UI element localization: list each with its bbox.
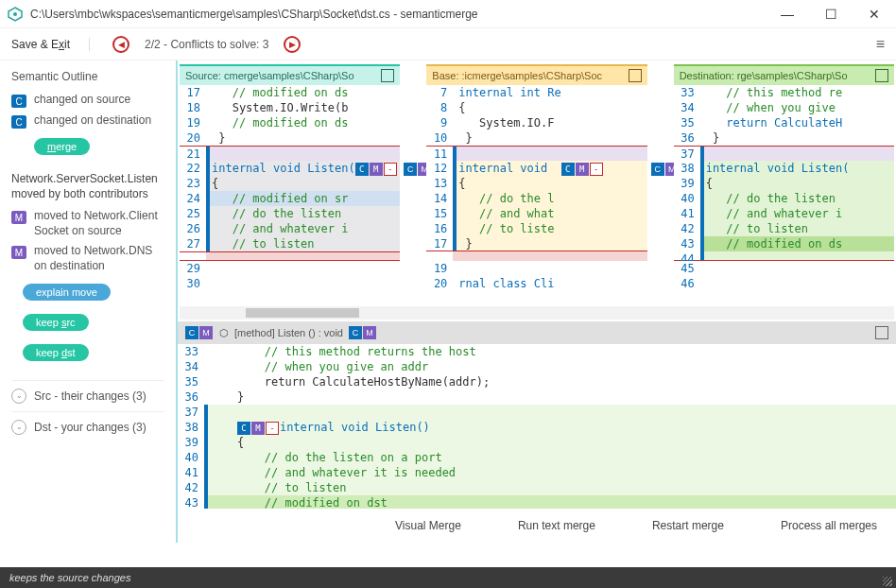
change-marker: CM [185,326,214,339]
toolbar: Save & Exit ◀ 2/2 - Conflicts to solve: … [0,28,896,61]
source-code[interactable]: 17 // modified on ds 18 System.IO.Write(… [180,85,400,306]
outline-item[interactable]: M moved to Network.Client Socket on sour… [11,209,164,238]
popout-icon[interactable] [875,326,888,339]
minimize-button[interactable]: — [766,0,809,28]
method-icon: ⬡ [219,327,229,339]
run-text-merge-button[interactable]: Run text merge [518,519,595,532]
conflict-section-title: Network.ServerSocket.Listen moved by bot… [11,172,164,201]
maximize-button[interactable]: ☐ [809,0,853,28]
title-bar: C:\Users\mbc\wkspaces\semanticmerge\samp… [0,0,896,28]
src-changes-expander[interactable]: ⌄ Src - their changes (3) [11,380,164,411]
change-marker[interactable]: CM- [355,163,398,176]
chevron-down-icon: ⌄ [11,389,26,404]
source-pane-header: Source: cmerge\samples\CSharp\So [180,64,400,85]
app-icon [8,7,23,22]
change-marker[interactable]: CM- [237,422,280,435]
base-pane-header: Base: :icmerge\samples\CSharp\Soc [426,64,646,85]
bottom-actions: Visual Merge Run text merge Restart merg… [178,509,896,543]
conflict-counter: 2/2 - Conflicts to solve: 3 [145,38,268,51]
result-code[interactable]: 33 // this method returns the host 34 //… [178,344,896,509]
process-all-merges-button[interactable]: Process all merges [781,519,877,532]
changed-badge-icon: C [11,95,26,108]
keep-src-button[interactable]: keep src [23,314,89,331]
next-conflict-button[interactable]: ▶ [284,36,301,53]
prev-conflict-button[interactable]: ◀ [112,36,129,53]
chevron-down-icon: ⌄ [11,420,26,435]
visual-merge-button[interactable]: Visual Merge [395,519,461,532]
status-bar: keeps the source changes [0,567,896,588]
changed-badge-icon: C [11,115,26,129]
result-header: CM ⬡ [method] Listen () : void CM [178,321,896,344]
popout-icon[interactable] [629,69,642,82]
popout-icon[interactable] [381,69,394,82]
menu-button[interactable]: ≡ [876,36,885,53]
outline-item[interactable]: C changed on source [11,93,164,108]
destination-pane: Destination: rge\samples\CSharp\So 33 //… [674,64,894,306]
sidebar-title: Semantic Outline [11,70,164,83]
close-button[interactable]: ✕ [853,0,896,28]
source-pane: Source: cmerge\samples\CSharp\So 17 // m… [180,64,400,306]
sidebar: Semantic Outline C changed on source C c… [0,61,178,543]
change-marker[interactable]: CM- [561,163,604,176]
destination-pane-header: Destination: rge\samples\CSharp\So [674,64,894,85]
restart-merge-button[interactable]: Restart merge [652,519,724,532]
popout-icon[interactable] [875,69,888,82]
outline-item[interactable]: C changed on destination [11,113,164,129]
horizontal-scrollbar[interactable] [180,306,894,320]
explain-move-button[interactable]: explain move [23,284,111,301]
dst-changes-expander[interactable]: ⌄ Dst - your changes (3) [11,411,164,442]
outline-item[interactable]: M moved to Network.DNS on destination [11,244,164,273]
base-code[interactable]: 7internal int Re 8{ 9 System.IO.F 10 } 1… [426,85,646,306]
save-exit-button[interactable]: Save & Exit [11,38,90,51]
moved-badge-icon: M [11,211,26,224]
base-pane: Base: :icmerge\samples\CSharp\Soc 7inter… [426,64,646,306]
change-marker: CM [349,326,377,339]
three-way-diff: Source: cmerge\samples\CSharp\So 17 // m… [178,61,896,306]
window-title: C:\Users\mbc\wkspaces\semanticmerge\samp… [30,8,766,21]
merge-button[interactable]: merge [34,138,90,155]
destination-code[interactable]: 33 // this method re 34 // when you give… [674,85,894,306]
svg-point-1 [13,12,17,16]
keep-dst-button[interactable]: keep dst [23,344,89,361]
moved-badge-icon: M [11,246,26,259]
